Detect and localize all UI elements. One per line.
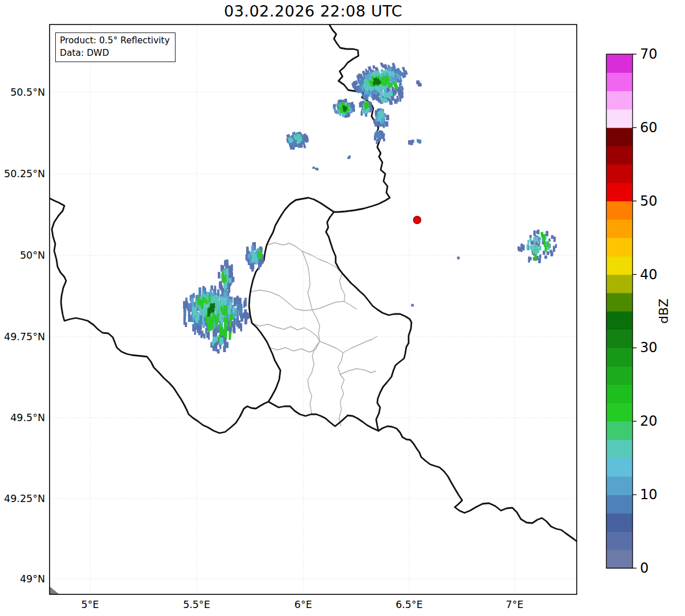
colorbar-band [606, 183, 633, 202]
colorbar-band [606, 329, 633, 348]
radar-echo-cluster [411, 304, 414, 307]
radar-bin [244, 300, 247, 306]
colorbar-band [606, 201, 633, 220]
colorbar-band [606, 164, 633, 183]
lat-tick-label: 49.25°N [4, 493, 45, 504]
radar-bin [537, 241, 540, 244]
lon-tick-label: 6.5°E [395, 599, 423, 610]
radar-bin [520, 244, 523, 247]
lat-tick-label: 50°N [20, 250, 45, 261]
radar-bin [230, 303, 232, 309]
district-border [267, 243, 342, 274]
radar-bin [198, 287, 201, 296]
lat-tick-label: 49.75°N [4, 331, 45, 342]
radar-bin [529, 238, 532, 242]
radar-bin [224, 317, 226, 325]
lat-tick-label: 50.5°N [10, 87, 45, 98]
radar-bin [217, 289, 219, 295]
radar-bin [343, 106, 347, 110]
radar-bin [529, 235, 532, 238]
radar-bin [517, 246, 520, 250]
radar-bin [184, 309, 186, 316]
radar-echo-cluster [332, 97, 356, 119]
radar-bin [246, 247, 248, 254]
radar-bin [523, 245, 525, 251]
radar-bin [212, 306, 215, 312]
colorbar: 010203040506070dBZ [606, 46, 671, 576]
radar-echo-cluster [183, 285, 250, 344]
radar-bin [217, 349, 220, 354]
radar-bin [226, 268, 229, 275]
lat-tick-label: 50.25°N [4, 168, 45, 180]
radar-site-marker [414, 217, 421, 224]
radar-bin [201, 332, 203, 338]
axis-labels: 50.5°N50.25°N50°N49.75°N49.5°N49.25°N49°… [4, 87, 523, 610]
colorbar-band [606, 54, 633, 73]
radar-bin [533, 230, 536, 236]
radar-bin [402, 67, 406, 72]
district-border [320, 341, 344, 426]
colorbar-band [606, 91, 633, 109]
radar-bin [377, 138, 380, 141]
radar-bin [206, 300, 207, 305]
lon-tick-label: 7°E [506, 599, 524, 610]
district-border [270, 341, 320, 352]
radar-bin [187, 303, 190, 309]
radar-bin [533, 237, 536, 242]
radar-bin [215, 317, 217, 326]
radar-bin [235, 318, 237, 325]
radar-bin [248, 254, 250, 259]
radar-echoes [183, 56, 557, 354]
radar-bin [252, 252, 254, 260]
radar-bin [352, 104, 355, 108]
radar-echo-cluster [417, 139, 421, 144]
colorbar-band [606, 293, 633, 312]
product-line: Product: 0.5° Reflectivity [60, 34, 170, 47]
radar-bin [225, 298, 227, 305]
colorbar-band [606, 311, 633, 330]
lat-tick-label: 49.5°N [10, 412, 45, 423]
radar-bin [192, 302, 194, 308]
colorbar-tick-label: 30 [640, 340, 658, 356]
radar-bin [257, 252, 259, 258]
radar-bin [376, 130, 378, 134]
radar-bin [224, 260, 226, 266]
radar-bin [384, 94, 388, 98]
radar-bin [202, 297, 205, 303]
radar-bin [529, 258, 532, 260]
map-layers [50, 25, 577, 594]
radar-bin [229, 332, 231, 337]
district-border [312, 310, 320, 341]
radar-bin [383, 117, 385, 123]
radar-figure: 03.02.2026 22:08 UTC 50.5°N50.25°N50°N49… [0, 0, 685, 616]
radar-bin [205, 328, 207, 333]
radar-bin [540, 237, 541, 240]
colorbar-tick-label: 40 [640, 267, 658, 283]
radar-echo-cluster [312, 166, 319, 170]
radar-bin [200, 319, 202, 326]
radar-bin [259, 249, 262, 257]
colorbar-tick-label: 50 [640, 193, 658, 209]
radar-bin [360, 101, 363, 107]
radar-bin [214, 338, 217, 343]
colorbar-band [606, 238, 633, 256]
radar-bin [218, 272, 221, 278]
product-info-box: Product: 0.5° Reflectivity Data: DWD [55, 32, 176, 62]
district-border [302, 251, 312, 310]
radar-bin [255, 257, 258, 264]
colorbar-band [606, 532, 633, 550]
radar-bin [229, 278, 231, 283]
radar-bin [544, 243, 546, 247]
lon-tick-label: 5°E [81, 599, 99, 610]
radar-bin [211, 320, 213, 329]
radar-bin [245, 318, 247, 324]
colorbar-axis-label: dBZ [657, 299, 671, 324]
colorbar-band [606, 109, 633, 128]
district-border [343, 336, 377, 353]
radar-bin [198, 295, 200, 303]
radar-bin [380, 112, 384, 116]
radar-bin [535, 255, 537, 261]
radar-echo-cluster [417, 80, 422, 87]
radar-bin [419, 140, 421, 144]
figure-title: 03.02.2026 22:08 UTC [50, 2, 577, 20]
